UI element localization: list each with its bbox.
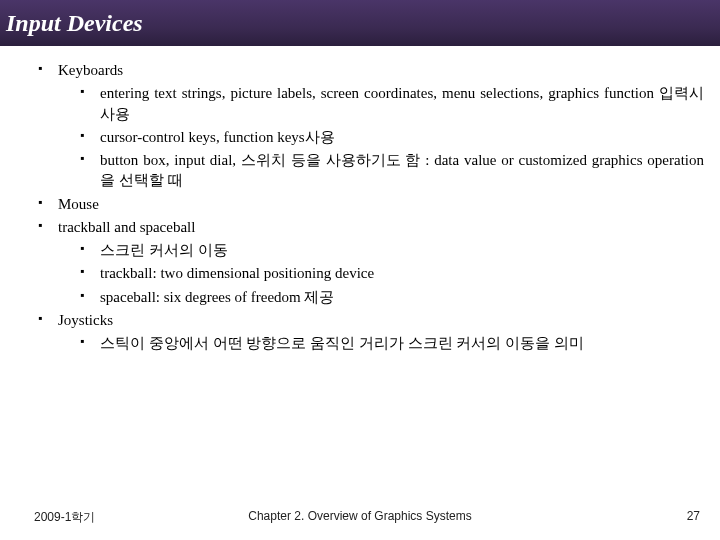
list-item: Joysticks 스틱이 중앙에서 어떤 방향으로 움직인 거리가 스크린 커… [38,310,704,354]
bullet-list: Keyboards entering text strings, picture… [16,60,704,353]
list-item: Mouse [38,194,704,214]
slide-footer: Chapter 2. Overview of Graphics Systems … [0,509,720,526]
list-item: 스틱이 중앙에서 어떤 방향으로 움직인 거리가 스크린 커서의 이동을 의미 [80,333,704,353]
list-item: trackball and spaceball 스크린 커서의 이동 track… [38,217,704,307]
item-label: Mouse [58,196,99,212]
list-item: Keyboards entering text strings, picture… [38,60,704,191]
slide-content: Keyboards entering text strings, picture… [0,46,720,353]
slide-title: Input Devices [6,10,143,37]
list-item: spaceball: six degrees of freedom 제공 [80,287,704,307]
item-label: trackball and spaceball [58,219,195,235]
footer-center: Chapter 2. Overview of Graphics Systems [0,509,720,523]
list-item: button box, input dial, 스위치 등을 사용하기도 함 :… [80,150,704,191]
list-item: 스크린 커서의 이동 [80,240,704,260]
list-item: cursor-control keys, function keys사용 [80,127,704,147]
slide-header: Input Devices [0,0,720,46]
list-item: trackball: two dimensional positioning d… [80,263,704,283]
item-label: Joysticks [58,312,113,328]
list-item: entering text strings, picture labels, s… [80,83,704,124]
item-label: Keyboards [58,62,123,78]
